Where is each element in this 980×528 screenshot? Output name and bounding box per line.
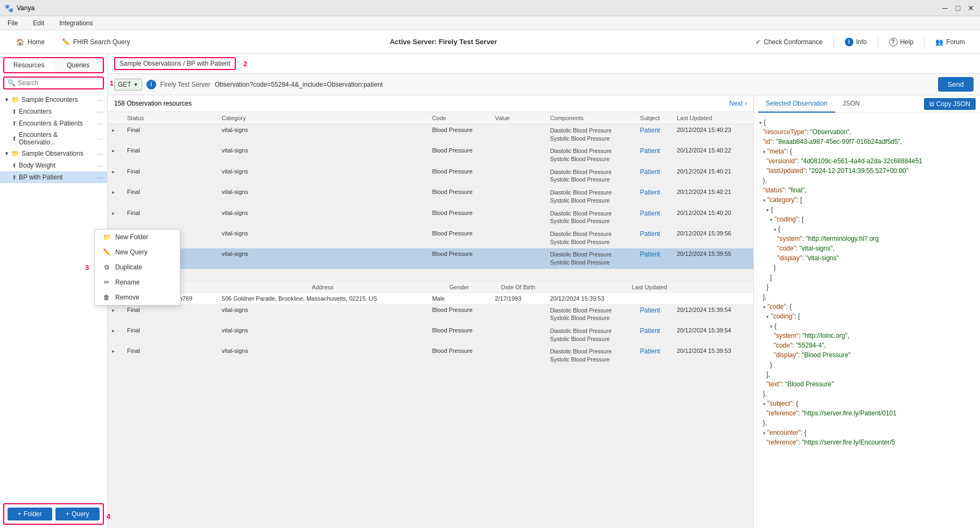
menu-file[interactable]: File — [4, 18, 21, 28]
expand-icon[interactable]: ▸ — [112, 307, 115, 313]
context-menu-new-folder[interactable]: 📁 New Folder — [95, 230, 180, 245]
expand-cell[interactable]: ▸ — [108, 207, 123, 227]
more-icon[interactable]: ··· — [96, 119, 103, 128]
more-icon[interactable]: ··· — [96, 161, 103, 170]
table-row[interactable]: ▸ Final vital-signs Blood Pressure Diast… — [108, 325, 753, 345]
json-code-coding-icon[interactable]: ▾ — [766, 314, 769, 319]
expand-cell[interactable]: ▸ — [108, 304, 123, 324]
table-row[interactable]: ▸ Final vital-signs Blood Pressure Diast… — [108, 124, 753, 145]
toolbar-right: ✓ Check Conformance i Info ? Help 👥 Foru… — [749, 34, 971, 50]
context-menu-new-query[interactable]: ✏️ New Query — [95, 245, 180, 260]
patient-link[interactable]: Patient — [640, 189, 660, 196]
forum-button[interactable]: 👥 Forum — [929, 35, 971, 49]
menu-edit[interactable]: Edit — [30, 18, 47, 28]
patient-link[interactable]: Patient — [640, 147, 660, 155]
tree-item-encounters-patients[interactable]: ⬆ Encounters & Patients ··· — [0, 117, 107, 129]
status-cell: Final — [123, 345, 218, 366]
context-menu-remove[interactable]: 🗑 Remove — [95, 290, 180, 305]
expand-icon[interactable]: ▸ — [112, 189, 115, 195]
col-subject: Subject — [636, 112, 673, 124]
table-row[interactable]: ▸ Final vital-signs Blood Pressure Diast… — [108, 207, 753, 227]
fhir-search-button[interactable]: ✏️ FHIR Search Query — [54, 35, 137, 49]
info-button[interactable]: i Info — [838, 34, 873, 50]
patient-link[interactable]: Patient — [640, 327, 660, 335]
table-row[interactable]: ▾ Final vital-signs Blood Pressure Diast… — [108, 248, 753, 269]
more-icon[interactable]: ··· — [96, 107, 103, 116]
search-input[interactable] — [18, 79, 100, 87]
tab-queries[interactable]: Queries — [54, 58, 103, 72]
table-row[interactable]: ▸ Final vital-signs Blood Pressure Diast… — [108, 304, 753, 324]
expand-cell[interactable]: ▸ — [108, 124, 123, 145]
json-subject-icon[interactable]: ▾ — [763, 401, 766, 407]
json-collapse-icon[interactable]: ▾ — [759, 120, 762, 126]
json-code-icon[interactable]: ▾ — [763, 304, 766, 310]
home-button[interactable]: 🏠 Home — [9, 35, 52, 49]
table-row[interactable]: ▸ Final vital-signs Blood Pressure Diast… — [108, 345, 753, 366]
json-coding-item-icon[interactable]: ▾ — [774, 227, 776, 232]
patient-col-address: Address — [218, 281, 428, 293]
patient-link[interactable]: Patient — [640, 210, 660, 217]
group-sample-encounters-header[interactable]: ▼ 📁 Sample Encounters ··· — [0, 94, 107, 106]
context-menu-rename[interactable]: ✏ Rename — [95, 275, 180, 290]
context-menu-duplicate[interactable]: ⧉ Duplicate — [95, 260, 180, 275]
patient-link[interactable]: Patient — [640, 230, 660, 238]
tab-resources[interactable]: Resources — [4, 58, 54, 72]
sidebar: Resources Queries 🔍 1 ▼ 📁 Sample Encount… — [0, 54, 108, 528]
tree-item-encounters[interactable]: ⬆ Encounters ··· — [0, 106, 107, 117]
toolbar-separator — [834, 36, 834, 48]
next-button[interactable]: Next › — [729, 100, 747, 107]
expand-icon[interactable]: ▸ — [112, 328, 115, 334]
table-row[interactable]: ▸ Final vital-signs Blood Pressure Diast… — [108, 227, 753, 248]
add-query-button[interactable]: + Query — [55, 508, 100, 520]
patient-link[interactable]: Patient — [640, 348, 660, 355]
table-row[interactable]: ▸ Final vital-signs Blood Pressure Diast… — [108, 186, 753, 207]
more-icon[interactable]: ··· — [96, 96, 103, 103]
help-button[interactable]: ? Help — [883, 34, 920, 50]
tree-item-encounters-observation[interactable]: ⬆ Encounters & Observatio... ··· — [0, 129, 107, 148]
label-1: 1 — [110, 79, 114, 87]
expand-icon[interactable]: ▸ — [112, 148, 115, 154]
expand-cell[interactable]: ▸ — [108, 186, 123, 207]
expand-cell[interactable]: ▸ — [108, 325, 123, 345]
more-icon[interactable]: ··· — [96, 173, 103, 182]
patient-link[interactable]: Patient — [640, 307, 660, 314]
json-cat-item-icon[interactable]: ▾ — [766, 207, 769, 213]
patient-link[interactable]: Patient — [640, 251, 660, 258]
copy-json-button[interactable]: ⧉ Copy JSON — [924, 98, 976, 110]
minimize-button[interactable]: ─ — [940, 3, 950, 13]
expand-icon[interactable]: ▸ — [112, 169, 115, 175]
expand-icon[interactable]: ▸ — [112, 210, 115, 216]
close-button[interactable]: ✕ — [966, 3, 976, 13]
json-meta-icon[interactable]: ▾ — [763, 149, 766, 155]
patient-link[interactable]: Patient — [640, 168, 660, 176]
url-input[interactable] — [215, 81, 934, 88]
group-sample-observations-header[interactable]: ▼ 📁 Sample Observations ··· — [0, 148, 107, 159]
more-icon[interactable]: ··· — [96, 134, 103, 143]
json-encounter-icon[interactable]: ▾ — [763, 430, 766, 436]
json-category-icon[interactable]: ▾ — [763, 198, 766, 203]
json-code-coding-item-icon[interactable]: ▾ — [770, 324, 773, 329]
tab-selected-observation[interactable]: Selected Observation — [758, 95, 835, 113]
add-folder-button[interactable]: + Folder — [8, 508, 52, 520]
more-icon[interactable]: ··· — [96, 150, 103, 157]
patient-link[interactable]: Patient — [640, 127, 660, 134]
json-coding-icon[interactable]: ▾ — [770, 217, 773, 223]
expand-icon[interactable]: ▸ — [112, 127, 115, 133]
send-button[interactable]: Send — [938, 77, 974, 92]
tab-json[interactable]: JSON — [835, 95, 867, 113]
tree-item-bp-with-patient[interactable]: ⬆ BP with Patient ··· — [0, 171, 107, 183]
table-row[interactable]: ▸ Final vital-signs Blood Pressure Diast… — [108, 145, 753, 165]
table-row[interactable]: ▸ Final vital-signs Blood Pressure Diast… — [108, 165, 753, 186]
maximize-button[interactable]: □ — [953, 3, 963, 13]
expand-icon[interactable]: ▸ — [112, 348, 115, 354]
url-info-button[interactable]: i — [146, 80, 156, 89]
expand-cell[interactable]: ▸ — [108, 345, 123, 366]
check-conformance-button[interactable]: ✓ Check Conformance — [749, 35, 829, 49]
expand-cell[interactable]: ▸ — [108, 165, 123, 186]
group-sample-encounters-label: Sample Encounters — [22, 96, 78, 103]
expand-cell[interactable]: ▸ — [108, 145, 123, 165]
tree-item-body-weight[interactable]: ⬆ Body Weight ··· — [0, 159, 107, 171]
code-cell: Blood Pressure — [428, 304, 491, 324]
menu-integrations[interactable]: Integrations — [56, 18, 96, 28]
method-select[interactable]: GET ▼ — [114, 79, 142, 91]
